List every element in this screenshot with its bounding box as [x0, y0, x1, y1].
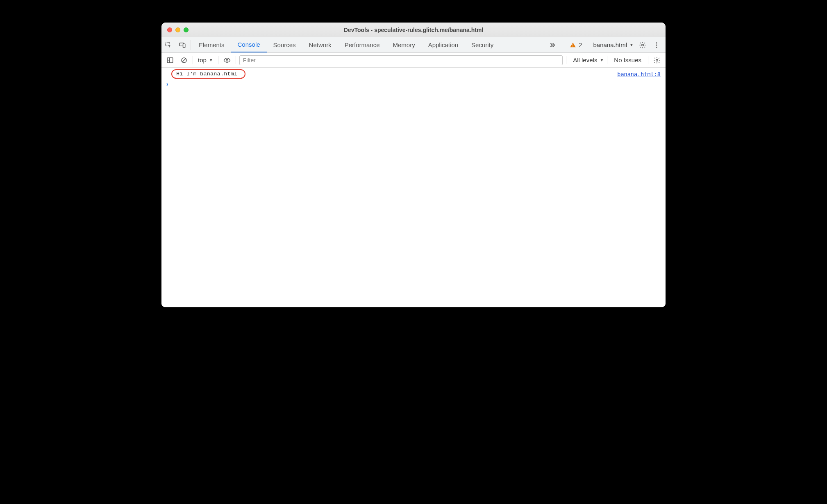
minimize-window-button[interactable] [175, 27, 180, 32]
tab-label: Application [428, 41, 458, 48]
filter-input[interactable] [239, 55, 563, 65]
svg-rect-3 [573, 44, 573, 45]
tab-label: Sources [273, 41, 296, 48]
tab-label: Memory [393, 41, 415, 48]
inspect-element-button[interactable] [161, 37, 175, 52]
chevron-down-icon: ▼ [600, 58, 604, 62]
tabbar-right: 2 banana.html ▼ [546, 37, 666, 52]
devtools-tabbar: Elements Console Sources Network Perform… [161, 37, 666, 53]
window-title: DevTools - speculative-rules.glitch.me/b… [161, 27, 666, 33]
clear-console-button[interactable] [179, 55, 189, 66]
issues-label: No Issues [614, 57, 641, 64]
toggle-sidebar-button[interactable] [165, 55, 175, 66]
separator [191, 40, 191, 50]
svg-rect-4 [573, 46, 573, 46]
warnings-indicator[interactable]: 2 [570, 41, 582, 48]
log-levels-selector[interactable]: All levels ▼ [570, 57, 604, 64]
separator [566, 56, 566, 64]
tab-security[interactable]: Security [465, 37, 500, 52]
panel-tabs: Elements Console Sources Network Perform… [192, 37, 500, 52]
console-settings-button[interactable] [652, 55, 662, 66]
execution-context-selector[interactable]: top ▼ [196, 57, 215, 64]
svg-point-8 [656, 46, 657, 48]
separator [193, 56, 193, 64]
warning-count: 2 [579, 41, 582, 48]
separator [236, 56, 236, 64]
separator [218, 56, 218, 64]
tab-label: Network [309, 41, 332, 48]
gear-icon [653, 57, 661, 64]
gear-icon [639, 41, 646, 49]
console-output[interactable]: Hi I'm banana.html banana.html:8 › [161, 68, 666, 307]
console-prompt[interactable]: › [161, 80, 666, 88]
tab-elements[interactable]: Elements [192, 37, 231, 52]
close-window-button[interactable] [167, 27, 172, 32]
tab-label: Elements [199, 41, 225, 48]
warning-icon [570, 42, 576, 48]
console-log-source-link[interactable]: banana.html:8 [617, 71, 661, 77]
eye-icon [223, 57, 231, 64]
svg-point-6 [656, 42, 657, 43]
tab-memory[interactable]: Memory [386, 37, 422, 52]
tab-label: Security [471, 41, 493, 48]
svg-point-5 [642, 44, 644, 46]
svg-line-12 [182, 58, 186, 61]
maximize-window-button[interactable] [184, 27, 189, 32]
tab-network[interactable]: Network [302, 37, 338, 52]
svg-point-14 [656, 59, 658, 61]
svg-rect-2 [183, 44, 185, 48]
console-toolbar: top ▼ All levels ▼ No Issues [161, 53, 666, 68]
tab-application[interactable]: Application [422, 37, 465, 52]
kebab-icon [653, 41, 660, 49]
levels-label: All levels [573, 57, 597, 64]
more-options-button[interactable] [652, 41, 661, 49]
titlebar: DevTools - speculative-rules.glitch.me/b… [161, 23, 666, 37]
device-toolbar-button[interactable] [175, 37, 189, 52]
chevron-down-icon: ▼ [209, 58, 213, 62]
more-tabs-button[interactable] [546, 41, 559, 49]
settings-button[interactable] [638, 41, 648, 49]
svg-point-7 [656, 44, 657, 45]
tab-label: Performance [345, 41, 380, 48]
live-expression-button[interactable] [222, 55, 232, 66]
tab-performance[interactable]: Performance [338, 37, 386, 52]
console-log-message: Hi I'm banana.html [171, 69, 245, 79]
devtools-window: DevTools - speculative-rules.glitch.me/b… [161, 23, 666, 307]
separator [607, 56, 607, 64]
console-log-row: Hi I'm banana.html banana.html:8 [161, 68, 666, 80]
tab-label: Console [238, 41, 260, 48]
svg-point-13 [226, 59, 228, 61]
tab-console[interactable]: Console [231, 37, 267, 52]
window-controls [161, 27, 189, 32]
issues-button[interactable]: No Issues [611, 57, 645, 64]
context-label: top [198, 57, 207, 64]
frame-selector[interactable]: banana.html ▼ [593, 41, 634, 48]
separator [648, 56, 648, 64]
chevron-down-icon: ▼ [629, 43, 634, 47]
frame-selector-label: banana.html [593, 41, 627, 48]
tab-sources[interactable]: Sources [267, 37, 302, 52]
